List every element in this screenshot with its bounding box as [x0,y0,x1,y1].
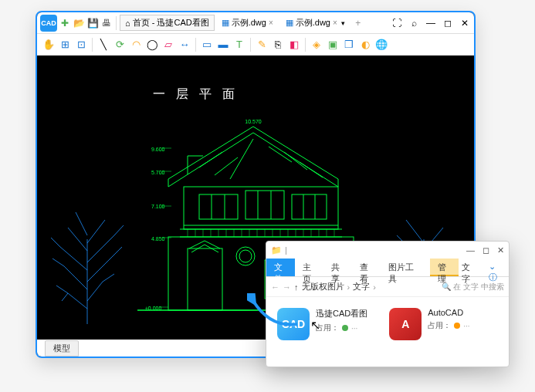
copy-icon[interactable]: ⎘ [271,38,285,52]
separator [250,38,251,52]
dimension-icon[interactable]: ▬ [216,38,230,52]
svg-point-42 [239,250,252,262]
globe-icon[interactable]: 🌐 [374,38,388,52]
add-tab-icon[interactable]: + [352,17,364,29]
shape-icon[interactable]: ▱ [161,38,175,52]
svg-rect-15 [292,194,327,219]
tab-file-2[interactable]: ▦ 示例.dwg × ▾ [280,15,350,31]
svg-rect-12 [245,191,284,219]
minimize-icon[interactable]: — [425,17,437,29]
separator [116,16,117,30]
folder-icon: 📁 [271,245,282,255]
breadcrumb-segment[interactable]: 无版权图片 [302,281,344,292]
svg-rect-9 [199,194,238,219]
svg-text:±0.000: ±0.000 [145,306,161,311]
file-icon: ▦ [222,18,229,28]
svg-line-4 [284,152,307,170]
print-icon[interactable]: 🖶 [100,17,113,29]
file-icon: ▦ [286,18,293,28]
nav-forward-icon[interactable]: → [283,282,291,292]
titlebar: CAD ✚ 📂 💾 🖶 ⌂ 首页 - 迅捷CAD看图 ▦ 示例.dwg × ▦ … [37,12,474,34]
circle-icon[interactable]: ◯ [145,38,159,52]
edit-icon[interactable]: ✎ [255,38,269,52]
file-name: 迅捷CAD看图 [316,308,367,319]
nav-up-icon[interactable]: ↑ [294,282,299,292]
arc-icon[interactable]: ◠ [129,38,143,52]
measure-icon[interactable]: ↔ [178,38,191,52]
render-icon[interactable]: ◐ [358,38,372,52]
maximize-icon[interactable]: ◻ [483,245,489,255]
line-icon[interactable]: ╲ [97,38,110,52]
svg-text:5.700: 5.700 [151,170,165,175]
tab-file-1[interactable]: ▦ 示例.dwg × [216,15,279,31]
file-name: AutoCAD [428,308,469,317]
cad-app-icon: CAD [277,308,310,340]
ribbon-home[interactable]: 主页 [295,259,323,276]
model-tab[interactable]: 模型 [45,340,79,357]
svg-line-3 [269,147,292,162]
ribbon-pictools[interactable]: 图片工具 [381,259,422,276]
svg-line-1 [215,157,238,175]
rect-icon[interactable]: ▭ [200,38,214,52]
separator [305,38,306,52]
zoom-window-icon[interactable]: ⊡ [74,38,88,52]
maximize-icon[interactable]: ◻ [442,17,454,29]
save-icon[interactable]: 💾 [86,17,99,29]
autocad-app-icon: A [389,308,422,340]
search-icon[interactable]: ⌕ [408,17,420,29]
status-dot-orange [454,323,460,329]
3d-icon[interactable]: ❒ [342,38,356,52]
ribbon-manage[interactable]: 管理 [430,259,459,276]
file-item-cad-viewer[interactable]: CAD 迅捷CAD看图 占用： ··· [277,308,367,340]
tab-label: 示例.dwg [296,17,330,29]
tab-label: 首页 - 迅捷CAD看图 [133,17,209,29]
toolbar: ✋ ⊞ ⊡ ╲ ⟳ ◠ ◯ ▱ ↔ ▭ ▬ T ✎ ⎘ ◧ ◈ ▣ ❒ ◐ 🌐 [37,34,474,56]
svg-text:10.570: 10.570 [245,119,262,124]
chevron-down-icon[interactable]: ▾ [341,19,345,27]
close-icon[interactable]: × [269,19,273,27]
pan-icon[interactable]: ✋ [42,38,56,52]
status-label: 占用： [316,323,339,333]
svg-rect-40 [188,248,222,310]
ribbon-file[interactable]: 文件 [266,259,295,276]
help-icon[interactable]: ⌄ ⓘ [483,259,509,276]
search-icon: 🔍 [442,282,451,291]
tab-label: 示例.dwg [232,17,266,29]
refresh-icon[interactable]: ⟳ [113,38,127,52]
svg-line-0 [199,152,222,167]
block-icon[interactable]: ▣ [326,38,340,52]
ribbon-group: 文字 [459,259,483,276]
status-label: 占用： [428,320,451,331]
breadcrumb-segment[interactable]: 文字 [353,281,370,292]
app-logo: CAD [40,15,57,32]
ribbon-share[interactable]: 共享 [323,259,352,276]
file-explorer-window: 📁 | — ◻ ✕ 文件 主页 共享 查看 图片工具 管理 文字 ⌄ ⓘ ← →… [266,241,510,367]
text-icon[interactable]: T [232,38,246,52]
nav-back-icon[interactable]: ← [271,282,279,292]
close-window-icon[interactable]: ✕ [459,17,471,29]
new-icon[interactable]: ✚ [59,17,71,29]
file-item-autocad[interactable]: A AutoCAD 占用： ··· [389,308,469,340]
svg-text:7.100: 7.100 [151,204,165,209]
tree-left-decoration [45,193,130,324]
drawing-title: 一层平面 [153,86,245,103]
close-icon[interactable]: ✕ [497,245,504,255]
eraser-icon[interactable]: ◧ [287,38,301,52]
minimize-icon[interactable]: — [466,245,475,255]
ribbon-view[interactable]: 查看 [352,259,381,276]
explorer-ribbon: 文件 主页 共享 查看 图片工具 管理 文字 ⌄ ⓘ [266,259,509,277]
tab-home[interactable]: ⌂ 首页 - 迅捷CAD看图 [120,15,215,31]
svg-text:4.850: 4.850 [151,236,165,242]
zoom-extents-icon[interactable]: ⊞ [58,38,72,52]
chevron-right-icon: › [347,282,350,292]
search-input[interactable]: 🔍 在 文字 中搜索 [442,282,504,292]
explorer-titlebar: 📁 | — ◻ ✕ [266,242,509,259]
home-icon: ⌂ [125,19,130,28]
open-icon[interactable]: 📂 [73,17,85,29]
close-icon[interactable]: × [333,19,337,27]
separator [92,38,93,52]
file-list: CAD 迅捷CAD看图 占用： ··· A AutoCAD 占用： ··· [266,297,509,351]
status-dot-green [342,325,348,331]
layers-icon[interactable]: ◈ [310,38,323,52]
fullscreen-icon[interactable]: ⛶ [391,17,403,29]
